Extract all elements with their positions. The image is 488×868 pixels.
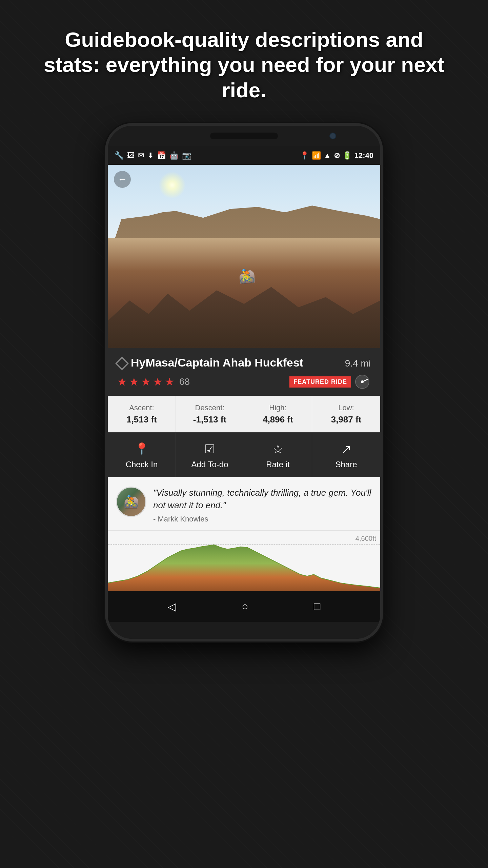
stat-low-value: 3,987 ft (316, 414, 377, 425)
rateit-icon: ☆ (272, 442, 283, 456)
star-3: ★ (141, 375, 151, 388)
difficulty-diamond-icon (115, 357, 129, 370)
trail-distance: 9.4 mi (345, 358, 371, 369)
stat-descent-value: -1,513 ft (179, 414, 240, 425)
calendar-icon: 📅 (157, 151, 166, 160)
trail-rating-row: ★ ★ ★ ★ ★ 68 FEATURED RIDE (117, 373, 371, 390)
rating-count: 68 (179, 376, 190, 387)
back-button[interactable]: ← (114, 171, 131, 188)
stat-low-label: Low: (316, 403, 377, 412)
stat-high-label: High: (247, 403, 308, 412)
back-nav-button[interactable]: ◁ (168, 600, 176, 613)
phone-camera (329, 133, 336, 139)
no-signal-icon: ⊘ (334, 151, 340, 160)
trail-info-section: HyMasa/Captain Ahab Huckfest 9.4 mi ★ ★ … (108, 348, 380, 396)
addtodo-button[interactable]: ☑ Add To-do (176, 433, 244, 477)
featured-badge: FEATURED RIDE (289, 376, 351, 388)
review-text: "Visually stunning, technically thrillin… (153, 487, 372, 511)
star-4: ★ (153, 375, 163, 388)
status-icons-right: 📍 📶 ▲ ⊘ 🔋 12:40 (300, 151, 373, 160)
image-icon: 🖼 (127, 151, 135, 160)
star-1: ★ (117, 375, 127, 388)
screen-content: 🚵 ← HyMasa/Captain Ahab Huckfest 9.4 mi … (108, 165, 380, 591)
checkin-label: Check In (126, 460, 158, 469)
email-icon: ✉ (138, 151, 144, 160)
biker-figure: 🚵 (238, 268, 253, 288)
stat-low: Low: 3,987 ft (312, 396, 380, 432)
phone-speaker (210, 133, 278, 139)
wifi-icon: ▲ (324, 151, 331, 160)
share-label: Share (335, 460, 357, 469)
phone-nav-bar: ◁ ○ □ (108, 591, 380, 622)
checkin-icon: 📍 (134, 442, 149, 456)
review-content: "Visually stunning, technically thrillin… (153, 487, 372, 524)
status-icons-left: 🔧 🖼 ✉ ⬇ 📅 🤖 📷 (115, 151, 191, 160)
reviewer-avatar: 🚵 (116, 487, 146, 517)
trail-hero-image: 🚵 ← (108, 165, 380, 348)
review-section: 🚵 "Visually stunning, technically thrill… (108, 477, 380, 530)
share-button[interactable]: ↗ Share (312, 433, 380, 477)
trail-title-left: HyMasa/Captain Ahab Huckfest (117, 356, 345, 369)
camera-icon: 📷 (182, 151, 191, 160)
stats-grid: Ascent: 1,513 ft Descent: -1,513 ft High… (108, 396, 380, 432)
star-2: ★ (129, 375, 139, 388)
signal-icon: 📶 (312, 151, 321, 160)
difficulty-gauge-icon (354, 373, 371, 390)
reviewer-name: - Markk Knowles (153, 515, 372, 524)
featured-badge-container: FEATURED RIDE (289, 373, 371, 390)
app-tagline: Guidebook-quality descriptions and stats… (0, 0, 488, 123)
stat-descent: Descent: -1,513 ft (176, 396, 244, 432)
android-icon: 🤖 (169, 151, 179, 160)
trail-name: HyMasa/Captain Ahab Huckfest (131, 356, 303, 369)
wrench-icon: 🔧 (115, 151, 124, 160)
stat-ascent-value: 1,513 ft (111, 414, 172, 425)
trail-title-row: HyMasa/Captain Ahab Huckfest 9.4 mi (117, 356, 371, 369)
checkin-button[interactable]: 📍 Check In (108, 433, 176, 477)
battery-icon: 🔋 (343, 151, 352, 160)
svg-point-1 (361, 380, 364, 383)
star-5: ★ (165, 375, 175, 388)
elevation-chart: 4,600ft (108, 530, 380, 591)
stars-container: ★ ★ ★ ★ ★ 68 (117, 375, 190, 388)
stat-descent-label: Descent: (179, 403, 240, 412)
phone-bottom-edge (108, 622, 380, 639)
location-icon: 📍 (300, 151, 309, 160)
addtodo-label: Add To-do (191, 460, 228, 469)
stat-high: High: 4,896 ft (244, 396, 312, 432)
status-time: 12:40 (354, 151, 373, 160)
download-icon: ⬇ (147, 151, 154, 160)
sun-glare (159, 172, 186, 199)
action-bar: 📍 Check In ☑ Add To-do ☆ Rate it ↗ Share (108, 432, 380, 477)
rateit-button[interactable]: ☆ Rate it (244, 433, 312, 477)
stat-high-value: 4,896 ft (247, 414, 308, 425)
stat-ascent-label: Ascent: (111, 403, 172, 412)
recents-nav-button[interactable]: □ (314, 600, 320, 613)
addtodo-icon: ☑ (204, 442, 215, 456)
phone-top-notch (108, 126, 380, 146)
elevation-svg (108, 531, 380, 591)
home-nav-button[interactable]: ○ (242, 600, 248, 613)
share-icon: ↗ (341, 442, 351, 456)
stat-ascent: Ascent: 1,513 ft (108, 396, 176, 432)
status-bar: 🔧 🖼 ✉ ⬇ 📅 🤖 📷 📍 📶 ▲ ⊘ 🔋 12:40 (108, 146, 380, 165)
phone-device: 🔧 🖼 ✉ ⬇ 📅 🤖 📷 📍 📶 ▲ ⊘ 🔋 12:40 🚵 (105, 123, 383, 642)
rateit-label: Rate it (266, 460, 289, 469)
